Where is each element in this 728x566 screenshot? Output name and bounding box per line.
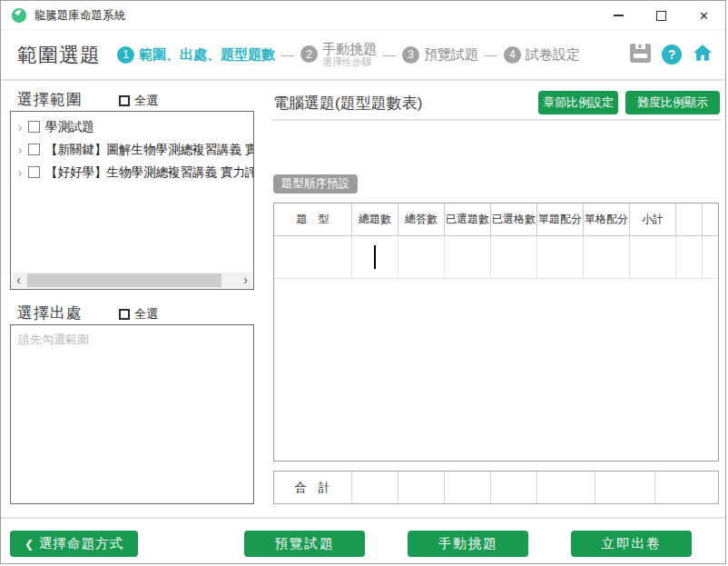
total-row: 合 計 — [273, 471, 719, 504]
maximize-button[interactable] — [640, 1, 683, 30]
range-section-title: 選擇範圍 — [17, 89, 83, 110]
step-2-manual-pick[interactable]: 2 手動挑題 選擇性步驟 — [300, 41, 377, 68]
step-4-label: 試卷設定 — [526, 46, 580, 64]
source-select-all-checkbox[interactable] — [119, 309, 130, 320]
total-cell — [491, 472, 537, 503]
close-icon: ✕ — [699, 10, 709, 22]
back-chevron-icon: ❮ — [25, 538, 34, 551]
step-2-sublabel: 選擇性步驟 — [322, 56, 377, 68]
step-separator: — — [485, 47, 497, 62]
minimize-icon — [614, 15, 624, 16]
step-separator: — — [281, 47, 294, 62]
range-select-all-checkbox[interactable] — [119, 95, 130, 106]
step-1-number: 1 — [117, 46, 134, 64]
text-caret — [374, 245, 376, 269]
col-header-total-answers: 總答數 — [398, 204, 445, 236]
scroll-left-icon[interactable]: ‹ — [12, 273, 25, 287]
step-2-label: 手動挑題 — [322, 41, 377, 56]
cell-points-per-question[interactable] — [537, 236, 584, 279]
page-title: 範圍選題 — [17, 42, 101, 69]
table-header-row: 題 型 總題數 總答數 已選題數 已選格數 單題配分 單格配分 小計 — [274, 204, 718, 236]
tree-item-label: 【好好學】生物學測總複習講義 實力評量 — [45, 164, 253, 181]
expand-chevron-icon[interactable]: › — [14, 119, 26, 134]
cell-subtotal[interactable] — [630, 236, 676, 279]
cell-total-answers[interactable] — [398, 236, 445, 279]
close-button[interactable]: ✕ — [683, 1, 725, 30]
step-1-label: 範圍、出處、題型題數 — [139, 46, 275, 64]
scrollbar-thumb[interactable] — [27, 273, 221, 287]
col-header-total-questions: 總題數 — [352, 204, 398, 236]
step-1-range[interactable]: 1 範圍、出處、題型題數 — [117, 46, 275, 64]
step-3-preview[interactable]: 3 預覽試題 — [402, 46, 478, 64]
col-header-selected-questions: 已選題數 — [445, 204, 491, 236]
scroll-right-icon[interactable]: › — [239, 273, 252, 287]
tree-item[interactable]: › 學測試題 — [11, 115, 253, 138]
app-logo-icon — [11, 7, 27, 24]
tree-item-checkbox[interactable] — [28, 121, 40, 133]
cell-selected-cells[interactable] — [491, 236, 537, 279]
tree-item[interactable]: › 【新關鍵】圖解生物學測總複習講義 實力 — [11, 138, 253, 161]
step-3-number: 3 — [402, 46, 419, 64]
source-list: 請先勾選範圍 — [10, 324, 254, 504]
footer-divider — [1, 517, 725, 519]
total-cell — [398, 472, 445, 503]
manual-pick-button[interactable]: 手動挑題 — [408, 531, 528, 557]
range-select-all[interactable]: 全選 — [119, 93, 158, 109]
home-icon[interactable] — [692, 43, 713, 66]
total-cell — [595, 472, 655, 503]
horizontal-scrollbar[interactable]: ‹ › — [12, 273, 252, 288]
save-icon[interactable] — [629, 43, 652, 67]
generate-paper-button[interactable]: 立即出卷 — [571, 531, 692, 557]
step-4-number: 4 — [504, 46, 521, 64]
cell-points-per-cell[interactable] — [584, 236, 630, 279]
back-button-label: 選擇命題方式 — [39, 535, 123, 552]
header: 範圍選題 1 範圍、出處、題型題數 — 2 手動挑題 選擇性步驟 — 3 預覽試… — [1, 30, 725, 81]
step-separator: — — [383, 47, 396, 62]
cell-type[interactable] — [274, 236, 352, 279]
source-section-title: 選擇出處 — [17, 303, 83, 323]
cell-selected-questions[interactable] — [445, 236, 491, 279]
app-window: 龍騰題庫命題系統 ✕ 範圍選題 1 範圍、出處、題型題數 — 2 手動挑題 選擇… — [0, 0, 726, 564]
col-header-spacer — [703, 204, 718, 236]
total-cell — [655, 472, 718, 503]
step-2-number: 2 — [300, 45, 318, 63]
source-select-all[interactable]: 全選 — [119, 306, 158, 323]
source-placeholder: 請先勾選範圍 — [11, 325, 253, 354]
col-header-type: 題 型 — [274, 204, 352, 236]
window-title: 龍騰題庫命題系統 — [34, 1, 125, 30]
cell-extra[interactable] — [676, 236, 703, 279]
tree-item-label: 【新關鍵】圖解生物學測總複習講義 實力 — [45, 142, 253, 158]
computer-selection-title: 電腦選題(題型題數表) — [273, 93, 422, 114]
expand-chevron-icon[interactable]: › — [14, 164, 26, 180]
panel-divider — [271, 119, 722, 121]
window-controls: ✕ — [597, 1, 725, 30]
table-row — [274, 236, 718, 279]
help-icon[interactable]: ? — [662, 45, 682, 65]
col-header-selected-cells: 已選格數 — [491, 204, 537, 236]
tree-item-label: 學測試題 — [45, 119, 94, 135]
minimize-button[interactable] — [597, 1, 640, 30]
tree-item-checkbox[interactable] — [28, 144, 40, 155]
wizard-steps: 1 範圍、出處、題型題數 — 2 手動挑題 選擇性步驟 — 3 預覽試題 — 4… — [117, 30, 580, 79]
header-icons: ? — [629, 30, 713, 79]
tree-item[interactable]: › 【好好學】生物學測總複習講義 實力評量 — [11, 161, 253, 184]
question-type-table: 題 型 總題數 總答數 已選題數 已選格數 單題配分 單格配分 小計 — [273, 203, 719, 462]
total-label: 合 計 — [274, 472, 352, 503]
tree-item-checkbox[interactable] — [28, 166, 40, 178]
range-tree: › 學測試題 › 【新關鍵】圖解生物學測總複習講義 實力 › 【好好學】生物學測… — [10, 111, 254, 290]
step-4-paper-settings[interactable]: 4 試卷設定 — [504, 46, 580, 64]
chapter-ratio-button[interactable]: 章節比例設定 — [538, 91, 618, 114]
source-select-all-label: 全選 — [134, 306, 158, 323]
difficulty-ratio-button[interactable]: 難度比例顯示 — [625, 91, 720, 114]
type-order-preset-button[interactable]: 題型順序預設 — [273, 174, 358, 194]
total-cell — [445, 472, 491, 503]
choose-method-back-button[interactable]: ❮ 選擇命題方式 — [10, 531, 138, 557]
expand-chevron-icon[interactable]: › — [14, 142, 26, 157]
titlebar: 龍騰題庫命題系統 ✕ — [1, 1, 725, 30]
cell-spacer — [703, 236, 718, 279]
col-header-points-per-cell: 單格配分 — [584, 204, 630, 236]
cell-total-questions[interactable] — [352, 236, 398, 279]
total-cell — [352, 472, 398, 503]
col-header-subtotal: 小計 — [630, 204, 676, 236]
preview-questions-button[interactable]: 預覽試題 — [244, 531, 365, 557]
